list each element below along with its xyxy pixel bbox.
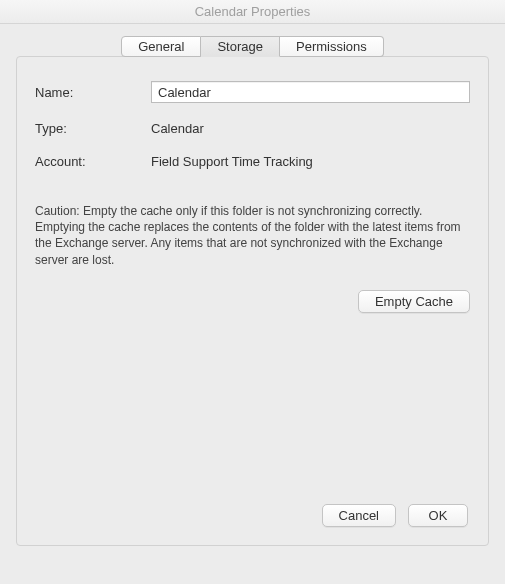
tab-bar: General Storage Permissions <box>16 36 489 57</box>
empty-cache-button[interactable]: Empty Cache <box>358 290 470 313</box>
name-row: Name: <box>35 81 470 103</box>
window-title: Calendar Properties <box>195 4 311 19</box>
dialog-content: General Storage Permissions Name: Type: … <box>0 24 505 546</box>
empty-cache-wrap: Empty Cache <box>35 290 470 313</box>
account-label: Account: <box>35 154 151 169</box>
storage-panel: Name: Type: Calendar Account: Field Supp… <box>16 56 489 546</box>
cancel-button[interactable]: Cancel <box>322 504 396 527</box>
tab-permissions[interactable]: Permissions <box>280 36 384 57</box>
tab-general[interactable]: General <box>121 36 201 57</box>
type-row: Type: Calendar <box>35 121 470 136</box>
dialog-footer: Cancel OK <box>322 504 468 527</box>
account-value: Field Support Time Tracking <box>151 154 313 169</box>
ok-button[interactable]: OK <box>408 504 468 527</box>
window-titlebar: Calendar Properties <box>0 0 505 24</box>
caution-text: Caution: Empty the cache only if this fo… <box>35 203 470 268</box>
tab-storage[interactable]: Storage <box>201 36 280 57</box>
name-input[interactable] <box>151 81 470 103</box>
name-label: Name: <box>35 85 151 100</box>
type-value: Calendar <box>151 121 204 136</box>
type-label: Type: <box>35 121 151 136</box>
account-row: Account: Field Support Time Tracking <box>35 154 470 169</box>
